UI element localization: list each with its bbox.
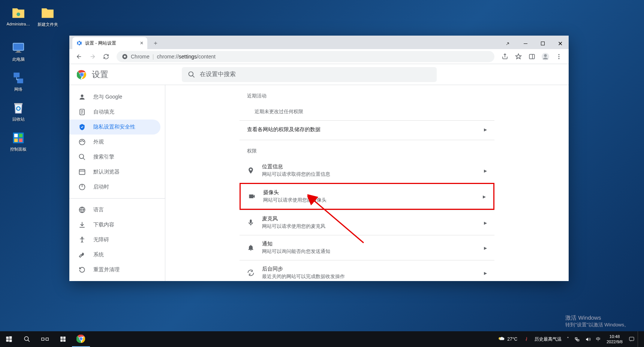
window-minimize-button[interactable] xyxy=(517,38,534,49)
svg-point-32 xyxy=(189,72,193,76)
tray-chevron-up-icon[interactable]: ˄ xyxy=(565,331,571,347)
browser-tab[interactable]: 设置 - 网站设置 ✕ xyxy=(72,37,147,49)
start-button[interactable] xyxy=(0,331,18,347)
sidebar-item-reset[interactable]: 重置并清理 xyxy=(69,262,160,277)
row-microphone[interactable]: 麦克风网站可以请求使用您的麦克风 ▸ xyxy=(240,210,494,235)
gear-icon xyxy=(76,40,82,46)
sidebar-item-languages[interactable]: 语言 xyxy=(69,202,160,217)
location-icon xyxy=(247,167,255,174)
chevron-right-icon: ▸ xyxy=(483,193,486,200)
back-button[interactable] xyxy=(73,51,85,63)
new-tab-button[interactable]: ＋ xyxy=(150,38,161,48)
menu-button[interactable] xyxy=(553,51,565,63)
svg-rect-15 xyxy=(19,134,23,138)
taskbar-weather[interactable]: 27°C xyxy=(493,335,522,343)
sidebar-item-system[interactable]: 系统 xyxy=(69,247,160,262)
svg-point-31 xyxy=(80,73,83,76)
tray-volume-icon[interactable] xyxy=(583,331,593,347)
sidebar-item-appearance[interactable]: 外观 xyxy=(69,135,160,150)
svg-rect-47 xyxy=(6,337,9,339)
svg-rect-8 xyxy=(15,52,21,53)
microphone-icon xyxy=(247,219,255,226)
svg-rect-16 xyxy=(14,139,18,142)
sidebar-item-downloads[interactable]: 下载内容 xyxy=(69,217,160,232)
desktop-icon-network[interactable]: 网络 xyxy=(6,70,31,92)
globe-icon xyxy=(78,206,86,214)
search-button[interactable] xyxy=(18,331,36,347)
sidebar-item-you-google[interactable]: 您与 Google xyxy=(69,90,160,105)
settings-content[interactable]: 近期活动 近期未更改过任何权限 查看各网站的权限及储存的数据 ▸ 权限 位置信息… xyxy=(165,85,569,281)
reload-button[interactable] xyxy=(100,51,112,63)
svg-rect-52 xyxy=(42,338,44,341)
chrome-window: 设置 - 网站设置 ✕ ＋ ✕ Chrome | chrome://settin… xyxy=(69,36,569,281)
svg-point-39 xyxy=(79,154,84,159)
chrome-icon xyxy=(122,54,128,60)
svg-rect-56 xyxy=(60,340,63,342)
desktop-icon-recycle[interactable]: 回收站 xyxy=(6,100,31,122)
taskbar-clock[interactable]: 10:482022/9/8 xyxy=(604,334,626,345)
row-notifications[interactable]: 通知网站可以询问能否向您发送通知 ▸ xyxy=(240,235,494,260)
svg-rect-54 xyxy=(60,337,63,339)
search-icon xyxy=(78,153,86,161)
sidepanel-button[interactable] xyxy=(526,51,538,63)
tray-ime[interactable]: 中 xyxy=(594,331,603,347)
svg-rect-5 xyxy=(13,43,24,50)
svg-point-36 xyxy=(81,141,81,142)
tray-thermometer[interactable] xyxy=(522,331,532,347)
svg-rect-55 xyxy=(63,337,66,339)
minimize-button[interactable] xyxy=(500,38,517,49)
svg-point-25 xyxy=(559,54,560,55)
desktop-icon-thispc[interactable]: 此电脑 xyxy=(6,40,31,62)
sidebar-item-autofill[interactable]: 自动填充 xyxy=(69,105,160,120)
svg-rect-57 xyxy=(63,340,66,342)
forward-button[interactable] xyxy=(87,51,99,63)
svg-rect-9 xyxy=(13,73,19,78)
activation-watermark: 激活 Windows 转到"设置"以激活 Windows。 xyxy=(565,314,629,328)
sidebar-item-privacy[interactable]: 隐私设置和安全性 xyxy=(69,120,160,135)
svg-rect-10 xyxy=(17,79,23,84)
chevron-right-icon: ▸ xyxy=(484,219,487,226)
desktop-icon-controlpanel[interactable]: 控制面板 xyxy=(6,130,31,152)
chrome-logo-icon xyxy=(77,70,87,79)
desktop-icon-admin[interactable]: Administra… xyxy=(6,6,31,27)
row-location[interactable]: 位置信息网站可以请求取得您的位置信息 ▸ xyxy=(240,158,494,183)
bookmark-button[interactable] xyxy=(512,51,524,63)
row-view-permissions[interactable]: 查看各网站的权限及储存的数据 ▸ xyxy=(240,120,494,138)
svg-point-43 xyxy=(81,237,82,238)
widgets-button[interactable] xyxy=(54,331,72,347)
window-maximize-button[interactable] xyxy=(534,38,551,49)
tray-notifications-icon[interactable] xyxy=(626,331,637,347)
sidebar-item-search[interactable]: 搜索引擎 xyxy=(69,150,160,165)
svg-rect-63 xyxy=(575,338,577,339)
svg-point-21 xyxy=(124,55,126,57)
recent-empty-msg: 近期未更改过任何权限 xyxy=(240,103,494,120)
sidebar-item-startup[interactable]: 启动时 xyxy=(69,179,160,194)
tray-network-icon[interactable] xyxy=(572,331,582,347)
window-close-button[interactable]: ✕ xyxy=(551,38,569,49)
download-icon xyxy=(78,221,86,229)
profile-button[interactable] xyxy=(539,51,551,63)
settings-search[interactable]: 在设置中搜索 xyxy=(182,67,437,82)
share-button[interactable] xyxy=(499,51,511,63)
svg-point-4 xyxy=(16,12,20,16)
desktop-icon-newfolder[interactable]: 新建文件夹 xyxy=(35,6,60,27)
browser-icon xyxy=(78,168,86,176)
address-bar[interactable]: Chrome | chrome://settings/content xyxy=(117,51,494,62)
tray-news[interactable]: 历史最高气温 xyxy=(532,331,564,347)
row-background-sync[interactable]: 后台同步最近关闭的网站可以完成数据收发操作 ▸ xyxy=(240,260,494,281)
sidebar-item-default-browser[interactable]: 默认浏览器 xyxy=(69,165,160,179)
accessibility-icon xyxy=(78,236,86,244)
row-camera[interactable]: 摄像头网站可以请求使用您的摄像头 ▸ xyxy=(240,183,494,210)
sidebar-item-accessibility[interactable]: 无障碍 xyxy=(69,232,160,247)
tray-show-desktop[interactable] xyxy=(638,331,643,347)
task-view-button[interactable] xyxy=(36,331,54,347)
taskbar: 27°C 历史最高气温 ˄ 中 10:482022/9/8 xyxy=(0,331,644,347)
close-icon[interactable]: ✕ xyxy=(140,40,144,46)
svg-rect-48 xyxy=(9,337,12,339)
svg-rect-40 xyxy=(79,169,85,174)
section-permissions: 权限 xyxy=(240,140,494,158)
section-recent: 近期活动 xyxy=(240,85,494,103)
chevron-right-icon: ▸ xyxy=(484,244,487,251)
svg-point-51 xyxy=(24,337,28,341)
taskbar-chrome[interactable] xyxy=(72,331,90,347)
